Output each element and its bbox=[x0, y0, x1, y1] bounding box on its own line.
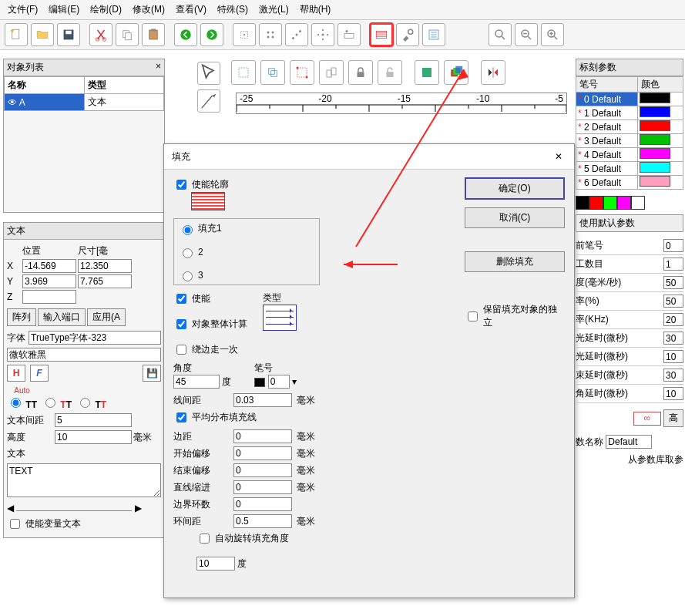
fill-icon[interactable] bbox=[415, 60, 439, 85]
enable-checkbox[interactable]: 使能 bbox=[173, 291, 247, 306]
param-input[interactable] bbox=[663, 350, 683, 363]
menu-help[interactable]: 帮助(H) bbox=[300, 3, 331, 16]
pos-z-input[interactable] bbox=[22, 290, 76, 304]
enable-outline-checkbox[interactable]: 使能轮廓 bbox=[173, 177, 442, 192]
color-col[interactable]: 颜色 bbox=[638, 77, 683, 93]
keep-indep-checkbox[interactable]: 保留填充对象的独立 bbox=[465, 303, 565, 329]
pen-input[interactable] bbox=[268, 375, 290, 389]
param-input[interactable] bbox=[663, 313, 683, 326]
param-input[interactable] bbox=[663, 387, 683, 400]
menu-modify[interactable]: 修改(M) bbox=[133, 3, 165, 16]
param-name-input[interactable] bbox=[606, 435, 652, 449]
open-file-icon[interactable] bbox=[31, 23, 54, 46]
transform-icon[interactable] bbox=[290, 60, 314, 85]
layers-icon[interactable] bbox=[444, 60, 468, 85]
menu-edit[interactable]: 编辑(E) bbox=[49, 3, 79, 16]
ioport-button[interactable]: 输入端口 bbox=[38, 308, 86, 326]
copy-icon[interactable] bbox=[116, 23, 139, 46]
indent-input[interactable] bbox=[233, 480, 292, 494]
unlock-icon[interactable] bbox=[378, 60, 402, 85]
around-once-checkbox[interactable]: 绕边走一次 bbox=[173, 342, 247, 357]
new-file-icon[interactable] bbox=[5, 23, 28, 46]
text-content-input[interactable]: TEXT bbox=[7, 463, 161, 497]
sel-all-icon[interactable] bbox=[231, 60, 256, 85]
from-lib-label[interactable]: 从参数库取参 bbox=[576, 453, 683, 466]
advanced-button[interactable]: 高 bbox=[663, 409, 683, 427]
param-input[interactable] bbox=[663, 369, 683, 382]
font-style-icon[interactable]: F bbox=[30, 365, 49, 382]
tool-props-icon[interactable] bbox=[396, 23, 419, 46]
menu-laser[interactable]: 激光(L) bbox=[259, 3, 289, 16]
panel-close-icon[interactable]: × bbox=[156, 61, 161, 74]
menu-view[interactable]: 查看(V) bbox=[176, 3, 207, 16]
loops-input[interactable] bbox=[233, 497, 292, 511]
pointer-icon[interactable] bbox=[197, 62, 220, 85]
text-spacing-input[interactable] bbox=[55, 413, 132, 427]
cancel-button[interactable]: 取消(C) bbox=[465, 207, 565, 228]
spacing-opt-auto[interactable]: Auto TT bbox=[7, 385, 37, 410]
snap3-icon[interactable] bbox=[285, 23, 308, 46]
redo-icon[interactable] bbox=[200, 23, 223, 46]
rings-icon[interactable]: ∞ bbox=[633, 412, 661, 426]
obj-whole-checkbox[interactable]: 对象整体计算 bbox=[173, 317, 247, 332]
pen-row[interactable]: * 1 Default bbox=[576, 106, 683, 120]
save-mini-icon[interactable]: 💾 bbox=[143, 365, 161, 382]
size-y-input[interactable] bbox=[78, 274, 132, 288]
font-type-select[interactable] bbox=[29, 331, 161, 345]
spacing-opt-2[interactable]: TT bbox=[42, 396, 72, 410]
snap1-icon[interactable] bbox=[233, 23, 256, 46]
fill3-radio[interactable]: 3 bbox=[179, 269, 314, 281]
pen-row[interactable]: * 6 Default bbox=[576, 176, 683, 190]
ok-button[interactable]: 确定(O) bbox=[465, 177, 565, 200]
pen-row[interactable]: * 0 Default bbox=[576, 93, 683, 106]
hatch-icon[interactable] bbox=[370, 23, 393, 46]
array-button[interactable]: 阵列 bbox=[7, 308, 36, 326]
pos-x-input[interactable] bbox=[22, 259, 76, 273]
loop-sp-input[interactable] bbox=[233, 514, 292, 528]
height-input[interactable] bbox=[55, 430, 132, 444]
end-off-input[interactable] bbox=[233, 463, 292, 477]
angle-input[interactable] bbox=[173, 375, 220, 389]
list-icon[interactable] bbox=[422, 23, 445, 46]
undo-icon[interactable] bbox=[174, 23, 197, 46]
param-input[interactable] bbox=[663, 295, 683, 308]
outline-preview-icon[interactable] bbox=[191, 192, 225, 210]
param-input[interactable] bbox=[663, 258, 683, 271]
color-strip[interactable] bbox=[576, 196, 683, 210]
pos-y-input[interactable] bbox=[22, 274, 76, 288]
pen-row[interactable]: * 4 Default bbox=[576, 148, 683, 162]
group-icon[interactable] bbox=[319, 60, 344, 85]
menu-draw[interactable]: 绘制(D) bbox=[90, 3, 122, 16]
zoom-out-icon[interactable] bbox=[515, 23, 538, 46]
hatch-type-icon[interactable] bbox=[263, 305, 297, 331]
snap2-icon[interactable] bbox=[259, 23, 282, 46]
param-input[interactable] bbox=[663, 332, 683, 345]
enable-var-checkbox[interactable] bbox=[10, 519, 20, 529]
cut-icon[interactable] bbox=[89, 23, 112, 46]
hatch-mini-icon[interactable]: H bbox=[7, 365, 25, 382]
table-row[interactable]: 👁 A 文本 bbox=[5, 94, 164, 111]
snap4-icon[interactable] bbox=[311, 23, 334, 46]
menu-special[interactable]: 特殊(S) bbox=[217, 3, 248, 16]
line-spacing-input[interactable] bbox=[233, 393, 292, 407]
save-icon[interactable] bbox=[57, 23, 80, 46]
col-type[interactable]: 类型 bbox=[84, 77, 164, 94]
zoom-in-icon[interactable] bbox=[541, 23, 564, 46]
auto-rotate-input[interactable] bbox=[196, 557, 235, 571]
margin-input[interactable] bbox=[233, 429, 292, 443]
mirror-icon[interactable] bbox=[481, 60, 505, 85]
size-x-input[interactable] bbox=[78, 259, 132, 273]
param-input[interactable] bbox=[663, 239, 683, 252]
avg-dist-checkbox[interactable]: 平均分布填充线 bbox=[173, 410, 442, 425]
font-name-select[interactable] bbox=[7, 348, 161, 362]
menu-file[interactable]: 文件(F) bbox=[8, 3, 38, 16]
col-name[interactable]: 名称 bbox=[5, 77, 85, 94]
snap5-icon[interactable] bbox=[337, 23, 361, 46]
zoom-icon[interactable] bbox=[489, 23, 512, 46]
pen-col[interactable]: 笔号 bbox=[576, 77, 638, 93]
delete-hatch-button[interactable]: 删除填充 bbox=[465, 251, 565, 272]
fill2-radio[interactable]: 2 bbox=[179, 246, 314, 258]
close-icon[interactable]: ✕ bbox=[551, 149, 566, 164]
spacing-opt-3[interactable]: TT bbox=[76, 396, 106, 410]
lock-icon[interactable] bbox=[348, 60, 373, 85]
